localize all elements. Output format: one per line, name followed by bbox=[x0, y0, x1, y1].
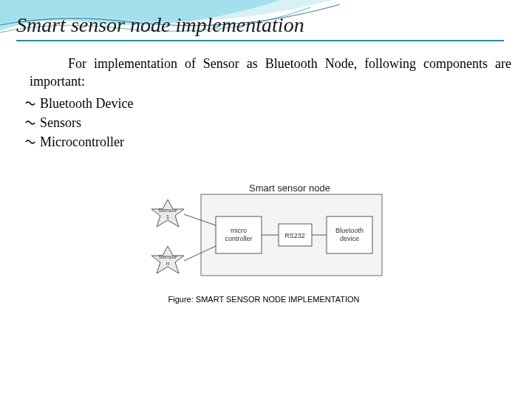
svg-text:Bluetooth: Bluetooth bbox=[335, 227, 364, 234]
svg-text:1: 1 bbox=[166, 214, 170, 220]
diagram-box-label: Smart sensor node bbox=[249, 183, 330, 194]
svg-text:controller: controller bbox=[225, 235, 252, 242]
smart-sensor-diagram: Smart sensor node Sensor 1 Sensor n micr… bbox=[142, 181, 386, 284]
svg-text:micro: micro bbox=[231, 227, 247, 234]
bullet-label: Bluetooth Device bbox=[40, 96, 133, 111]
rs232-label: RS232 bbox=[284, 232, 305, 239]
bullet-label: Microcontroller bbox=[40, 134, 124, 149]
svg-text:n: n bbox=[166, 260, 169, 267]
bullet-label: Sensors bbox=[40, 115, 81, 130]
list-item: Bluetooth Device bbox=[25, 94, 511, 113]
svg-text:device: device bbox=[340, 235, 359, 242]
title-underline bbox=[16, 40, 504, 41]
list-item: Sensors bbox=[25, 113, 511, 132]
svg-text:Sensor: Sensor bbox=[158, 253, 177, 260]
bullet-list: Bluetooth Device Sensors Microcontroller bbox=[16, 94, 511, 151]
sensor-1-icon: Sensor 1 bbox=[151, 200, 184, 227]
list-item: Microcontroller bbox=[25, 132, 511, 151]
figure-caption: Figure: SMART SENSOR NODE IMPLEMENTATION bbox=[16, 295, 511, 304]
intro-text: For implementation of Sensor as Bluetoot… bbox=[16, 55, 511, 91]
svg-text:Sensor: Sensor bbox=[158, 207, 177, 214]
sensor-n-icon: Sensor n bbox=[151, 246, 184, 273]
intro-text-span: For implementation of Sensor as Bluetoot… bbox=[30, 56, 511, 89]
slide-title: Smart sensor node implementation bbox=[16, 13, 511, 37]
